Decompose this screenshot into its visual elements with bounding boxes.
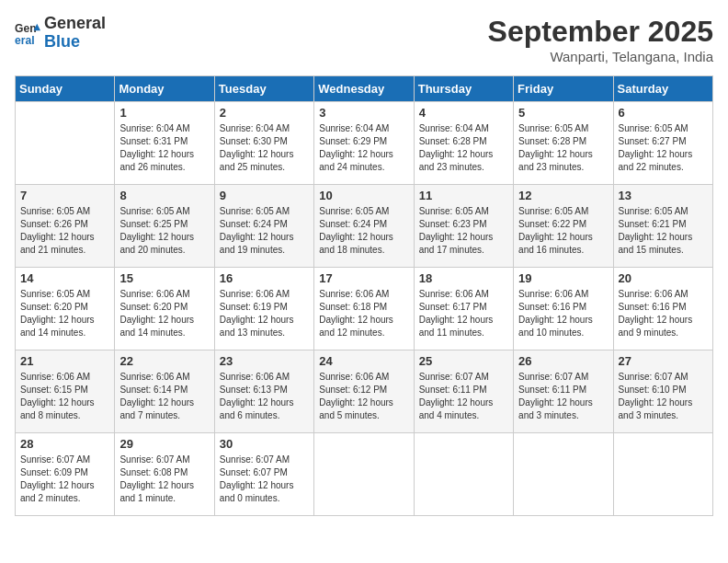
calendar-cell: 5Sunrise: 6:05 AM Sunset: 6:28 PM Daylig… [514,102,613,185]
day-number: 7 [20,189,109,202]
day-info: Sunrise: 6:06 AM Sunset: 6:19 PM Dayligh… [220,288,309,339]
week-row-2: 7Sunrise: 6:05 AM Sunset: 6:26 PM Daylig… [16,185,713,268]
week-row-5: 28Sunrise: 6:07 AM Sunset: 6:09 PM Dayli… [16,433,713,516]
day-info: Sunrise: 6:07 AM Sunset: 6:09 PM Dayligh… [20,454,109,505]
calendar-cell: 26Sunrise: 6:07 AM Sunset: 6:11 PM Dayli… [514,350,613,433]
day-info: Sunrise: 6:05 AM Sunset: 6:27 PM Dayligh… [619,122,708,174]
calendar-cell: 6Sunrise: 6:05 AM Sunset: 6:27 PM Daylig… [613,102,712,185]
day-info: Sunrise: 6:07 AM Sunset: 6:10 PM Dayligh… [619,371,708,422]
column-header-thursday: Thursday [414,76,513,102]
day-info: Sunrise: 6:07 AM Sunset: 6:11 PM Dayligh… [518,371,608,422]
day-info: Sunrise: 6:06 AM Sunset: 6:17 PM Dayligh… [419,288,508,339]
week-row-3: 14Sunrise: 6:05 AM Sunset: 6:20 PM Dayli… [16,268,713,350]
day-number: 18 [419,271,508,285]
month-title: September 2025 [488,15,713,49]
week-row-4: 21Sunrise: 6:06 AM Sunset: 6:15 PM Dayli… [16,350,713,433]
svg-text:eral: eral [15,34,35,46]
day-number: 21 [20,354,109,368]
day-number: 29 [119,437,209,451]
day-number: 3 [319,106,408,120]
day-info: Sunrise: 6:05 AM Sunset: 6:25 PM Dayligh… [119,205,209,257]
day-number: 15 [119,271,209,285]
day-number: 13 [619,189,708,202]
day-number: 11 [419,189,508,202]
calendar-cell: 16Sunrise: 6:06 AM Sunset: 6:19 PM Dayli… [214,268,313,350]
calendar-cell: 3Sunrise: 6:04 AM Sunset: 6:29 PM Daylig… [314,102,414,185]
calendar-cell: 21Sunrise: 6:06 AM Sunset: 6:15 PM Dayli… [16,350,115,433]
day-info: Sunrise: 6:06 AM Sunset: 6:13 PM Dayligh… [220,371,309,422]
column-header-sunday: Sunday [16,76,115,102]
day-number: 9 [220,189,309,202]
day-info: Sunrise: 6:05 AM Sunset: 6:24 PM Dayligh… [319,205,408,257]
calendar-cell: 30Sunrise: 6:07 AM Sunset: 6:07 PM Dayli… [214,433,313,516]
calendar-cell: 2Sunrise: 6:04 AM Sunset: 6:30 PM Daylig… [214,102,313,185]
column-header-saturday: Saturday [613,76,712,102]
calendar-cell [613,433,712,516]
day-info: Sunrise: 6:04 AM Sunset: 6:28 PM Dayligh… [419,122,508,174]
logo-icon: Gen eral [15,20,40,46]
calendar-cell [514,433,613,516]
day-number: 4 [419,106,508,120]
calendar-cell: 4Sunrise: 6:04 AM Sunset: 6:28 PM Daylig… [414,102,513,185]
day-info: Sunrise: 6:04 AM Sunset: 6:29 PM Dayligh… [319,122,408,174]
header-row: SundayMondayTuesdayWednesdayThursdayFrid… [16,76,713,102]
calendar-cell: 8Sunrise: 6:05 AM Sunset: 6:25 PM Daylig… [115,185,214,268]
day-number: 14 [20,271,109,285]
day-info: Sunrise: 6:06 AM Sunset: 6:12 PM Dayligh… [319,371,408,422]
day-number: 19 [518,271,608,285]
day-info: Sunrise: 6:06 AM Sunset: 6:18 PM Dayligh… [319,288,408,339]
day-info: Sunrise: 6:06 AM Sunset: 6:16 PM Dayligh… [619,288,708,339]
calendar-table: SundayMondayTuesdayWednesdayThursdayFrid… [15,75,713,516]
calendar-cell: 24Sunrise: 6:06 AM Sunset: 6:12 PM Dayli… [314,350,414,433]
calendar-cell: 27Sunrise: 6:07 AM Sunset: 6:10 PM Dayli… [613,350,712,433]
day-number: 30 [220,437,309,451]
day-info: Sunrise: 6:05 AM Sunset: 6:28 PM Dayligh… [518,122,608,174]
day-number: 6 [619,106,708,120]
calendar-cell [16,102,115,185]
day-number: 10 [319,189,408,202]
calendar-cell: 23Sunrise: 6:06 AM Sunset: 6:13 PM Dayli… [214,350,313,433]
calendar-cell: 29Sunrise: 6:07 AM Sunset: 6:08 PM Dayli… [115,433,214,516]
calendar-cell: 9Sunrise: 6:05 AM Sunset: 6:24 PM Daylig… [214,185,313,268]
calendar-cell: 20Sunrise: 6:06 AM Sunset: 6:16 PM Dayli… [613,268,712,350]
calendar-cell: 15Sunrise: 6:06 AM Sunset: 6:20 PM Dayli… [115,268,214,350]
calendar-cell: 17Sunrise: 6:06 AM Sunset: 6:18 PM Dayli… [314,268,414,350]
column-header-tuesday: Tuesday [214,76,313,102]
day-number: 25 [419,354,508,368]
day-number: 23 [220,354,309,368]
day-info: Sunrise: 6:05 AM Sunset: 6:21 PM Dayligh… [619,205,708,257]
day-info: Sunrise: 6:07 AM Sunset: 6:11 PM Dayligh… [419,371,508,422]
day-number: 26 [518,354,608,368]
day-info: Sunrise: 6:07 AM Sunset: 6:07 PM Dayligh… [220,454,309,505]
logo-text: General Blue [44,15,106,52]
calendar-cell: 22Sunrise: 6:06 AM Sunset: 6:14 PM Dayli… [115,350,214,433]
calendar-cell: 19Sunrise: 6:06 AM Sunset: 6:16 PM Dayli… [514,268,613,350]
day-number: 16 [220,271,309,285]
day-info: Sunrise: 6:05 AM Sunset: 6:23 PM Dayligh… [419,205,508,257]
day-info: Sunrise: 6:04 AM Sunset: 6:30 PM Dayligh… [220,122,309,174]
calendar-cell: 7Sunrise: 6:05 AM Sunset: 6:26 PM Daylig… [16,185,115,268]
day-number: 1 [119,106,209,120]
day-number: 28 [20,437,109,451]
day-number: 24 [319,354,408,368]
calendar-cell: 18Sunrise: 6:06 AM Sunset: 6:17 PM Dayli… [414,268,513,350]
day-number: 22 [119,354,209,368]
day-info: Sunrise: 6:04 AM Sunset: 6:31 PM Dayligh… [119,122,209,174]
day-info: Sunrise: 6:05 AM Sunset: 6:22 PM Dayligh… [518,205,608,257]
day-number: 27 [619,354,708,368]
week-row-1: 1Sunrise: 6:04 AM Sunset: 6:31 PM Daylig… [16,102,713,185]
day-number: 8 [119,189,209,202]
day-number: 17 [319,271,408,285]
day-number: 12 [518,189,608,202]
day-info: Sunrise: 6:06 AM Sunset: 6:16 PM Dayligh… [518,288,608,339]
calendar-cell: 12Sunrise: 6:05 AM Sunset: 6:22 PM Dayli… [514,185,613,268]
day-number: 20 [619,271,708,285]
logo: Gen eral General Blue [15,15,106,52]
column-header-monday: Monday [115,76,214,102]
calendar-cell: 10Sunrise: 6:05 AM Sunset: 6:24 PM Dayli… [314,185,414,268]
location-subtitle: Wanparti, Telangana, India [488,49,713,64]
calendar-cell [414,433,513,516]
day-info: Sunrise: 6:05 AM Sunset: 6:24 PM Dayligh… [220,205,309,257]
day-number: 5 [518,106,608,120]
day-info: Sunrise: 6:07 AM Sunset: 6:08 PM Dayligh… [119,454,209,505]
